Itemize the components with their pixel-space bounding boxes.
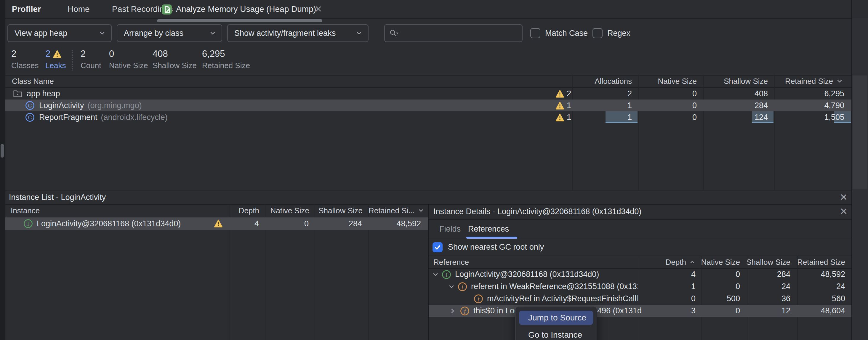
class-table-header-retained[interactable]: Retained Size [777,75,843,87]
stat-leaks-label: Leaks [45,61,66,70]
reference-row-weakreference[interactable]: f referent in WeakReference@321551088 (0… [429,280,868,292]
svg-text:f: f [464,307,466,314]
arrange-select-label: Arrange by class [124,29,183,38]
sort-asc-icon [689,259,695,266]
tab-home[interactable]: Home [67,0,90,18]
reference-row-text: LoginActivity@320681168 (0x131d34d0) [455,270,599,279]
gc-root-checkbox-label: Show nearest GC root only [448,239,544,256]
search-field[interactable] [384,24,523,42]
stat-count: 2 Count [81,48,101,70]
leaks-filter-label: Show activity/fragment leaks [234,29,336,38]
reference-header-retained[interactable]: Retained Size [797,256,845,268]
gutter-divider [851,0,852,340]
reference-header-depth-label: Depth [666,256,686,268]
cell-depth: 4 [649,268,695,280]
tab-analyze-memory-usage[interactable]: Analyze Memory Usage (Heap Dump) [176,0,316,18]
tool-strip-handle[interactable] [1,144,4,158]
class-row-package: (androidx.lifecycle) [101,113,168,122]
instance-list-row[interactable]: I LoginActivity@320681168 (0x131d34d0) 4… [5,217,428,230]
cell-allocations: 1 [570,111,632,123]
chevron-right-icon[interactable] [449,307,456,314]
class-table-row-reportfragment[interactable]: C ReportFragment (androidx.lifecycle) 1 … [5,111,851,123]
search-input[interactable] [402,28,518,38]
regex-checkbox[interactable] [592,28,602,38]
stat-shallow-label: Shallow Size [153,61,197,70]
stat-classes-value: 2 [11,48,38,60]
cell-depth: 4 [217,217,259,230]
reference-header-native[interactable]: Native Size [705,256,740,268]
tab-fields[interactable]: Fields [439,219,461,239]
gc-root-checkbox[interactable] [433,242,442,252]
class-row-name: LoginActivity [39,101,84,110]
menu-item-go-to-instance[interactable]: Go to Instance [519,328,593,340]
class-row-name: app heap [27,89,60,98]
stat-count-label: Count [81,61,101,70]
active-tab-indicator [157,19,322,22]
stat-leaks[interactable]: 2 Leaks [45,48,66,70]
cell-native-size: 0 [639,111,697,123]
class-table-header-native[interactable]: Native Size [641,75,697,87]
cell-shallow-size: 284 [313,217,362,230]
class-table-header-name[interactable]: Class Name [12,75,54,87]
reference-row-this0[interactable]: f this$0 in Log 496 (0x131d 3 0 12 48,60… [429,305,868,317]
instance-header-shallow[interactable]: Shallow Size [317,204,363,217]
folder-icon [13,89,23,98]
cell-shallow-size: 124 [705,111,768,123]
class-table-header-allocations[interactable]: Allocations [575,75,632,87]
cell-retained-size: 48,592 [367,217,421,230]
memory-profiler-window: { "tabbar": { "brand": "Profiler", "home… [0,0,868,340]
class-table-header-retained-label: Retained Size [785,75,833,87]
reference-header-depth[interactable]: Depth [645,256,695,268]
menu-item-jump-to-source[interactable]: Jump to Source [519,311,593,325]
reference-row-loginactivity[interactable]: I LoginActivity@320681168 (0x131d34d0) 4… [429,268,868,280]
warning-icon [555,90,564,98]
reference-row-mactivityref[interactable]: f mActivityRef in Activity$RequestFinish… [429,292,868,305]
stat-count-value: 2 [81,48,101,60]
match-case-checkbox[interactable] [530,28,540,38]
class-table-row-app-heap[interactable]: app heap 2 2 0 408 6,295 [5,88,851,99]
active-tab-underline [466,237,517,239]
class-icon: C [25,100,35,111]
regex-label: Regex [607,24,630,42]
chevron-down-icon [355,30,363,37]
scrollbar-thumb[interactable] [852,75,867,189]
cell-native-size: 0 [639,99,697,111]
heap-select-label: View app heap [14,29,67,38]
app-title-profiler: Profiler [12,0,41,18]
instance-header-depth[interactable]: Depth [232,204,259,217]
class-table-header-shallow[interactable]: Shallow Size [706,75,768,87]
search-icon[interactable] [389,29,399,38]
instance-header-retained[interactable]: Retained Si... [371,204,424,217]
chevron-down-icon [99,30,106,37]
instance-details-close-icon[interactable]: ✕ [838,206,849,217]
instance-list-close-icon[interactable]: ✕ [838,191,849,203]
stat-native-size: 0 Native Size [109,48,148,70]
stat-native-value: 0 [109,48,148,60]
stat-shallow-value: 408 [153,48,197,60]
instance-icon: I [441,270,452,280]
cell-allocations: 1 [570,99,632,111]
instance-header-native[interactable]: Native Size [268,204,309,217]
field-icon: f [457,282,467,292]
tab-references[interactable]: References [468,219,509,239]
cell-retained-size: 6,295 [776,88,844,99]
cell-shallow-size: 284 [743,268,790,280]
chevron-down-icon[interactable] [448,283,455,290]
stat-retained-value: 6,295 [202,48,250,60]
class-table-row-loginactivity[interactable]: C LoginActivity (org.ming.mgo) 1 1 0 284… [5,99,851,111]
reference-row-text: referent in WeakReference@321551088 (0x1… [471,282,638,291]
reference-row-text-after-menu: 496 (0x131d [597,305,642,317]
heap-dump-tab-icon [161,4,172,15]
heap-select-dropdown[interactable]: View app heap [7,24,112,42]
tab-close-icon[interactable]: ✕ [315,0,322,18]
class-icon: C [25,112,35,122]
reference-header-shallow[interactable]: Shallow Size [749,256,790,268]
reference-header-reference[interactable]: Reference [433,256,469,268]
chevron-down-icon[interactable] [432,271,439,278]
leaks-filter-dropdown[interactable]: Show activity/fragment leaks [227,24,369,42]
stat-retained-label: Retained Size [202,61,250,70]
chevron-down-icon [209,30,216,37]
instance-row-name: LoginActivity@320681168 (0x131d34d0) [37,219,181,228]
arrange-select-dropdown[interactable]: Arrange by class [117,24,222,42]
instance-header-instance[interactable]: Instance [11,204,40,217]
